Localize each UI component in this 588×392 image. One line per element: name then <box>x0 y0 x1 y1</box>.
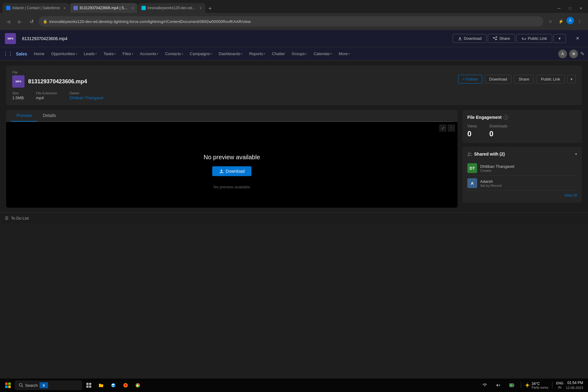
preview-body: ⤢ ⋮ No preview available Download No pre… <box>6 122 458 208</box>
preview-tabs-bar: Preview Details <box>6 110 458 122</box>
tab-label-1: Adarsh | Contact | Salesforce <box>12 6 60 10</box>
temperature: 34°C <box>532 382 548 386</box>
download-icon <box>458 36 462 41</box>
browser-tab-2[interactable]: 813129370423606.mp4 | Salesfo... × <box>70 3 137 13</box>
file-mp4-icon: MP4 <box>5 33 16 44</box>
minimize-button[interactable]: ─ <box>554 4 564 13</box>
svg-rect-3 <box>8 386 11 388</box>
header-more-button[interactable]: ▾ <box>553 34 566 43</box>
profile-icon[interactable]: A <box>567 17 574 24</box>
file-explorer-button[interactable] <box>96 380 107 391</box>
svg-rect-8 <box>86 386 89 388</box>
nav-item-groups[interactable]: Groups▾ <box>289 50 310 58</box>
language-indicator[interactable]: ENG IN <box>556 381 564 390</box>
nav-item-dashboards[interactable]: Dashboards▾ <box>216 50 245 58</box>
tab-close-2[interactable]: × <box>132 6 134 10</box>
user-avatar[interactable]: A <box>558 50 567 58</box>
browser-tab-1[interactable]: Adarsh | Contact | Salesforce × <box>2 3 69 13</box>
speaker-icon <box>496 383 500 387</box>
firefox-icon <box>123 383 128 388</box>
todo-label: To Do List <box>11 216 29 221</box>
nav-item-leads[interactable]: Leads▾ <box>81 50 100 58</box>
tab-preview[interactable]: Preview <box>11 110 37 122</box>
downloads-stat: Downloads 0 <box>489 124 507 138</box>
weather-widget[interactable]: 34°C Partly sunny <box>525 382 548 389</box>
nav-item-chatter[interactable]: Chatter <box>269 50 288 58</box>
file-viewer-close-button[interactable]: × <box>572 33 583 44</box>
app-launcher-icon[interactable]: ⋮⋮ <box>4 50 12 58</box>
start-button[interactable] <box>2 380 13 391</box>
nav-item-more[interactable]: More▾ <box>336 50 353 58</box>
detail-public-link-button[interactable]: Public Link <box>536 75 565 84</box>
shared-with-card: Shared with (2) ▾ DT Dhiliban Thangavel … <box>462 147 582 202</box>
owner-link[interactable]: Dhiliban Thangavel <box>70 96 104 100</box>
extensions-icon[interactable]: ⚡ <box>556 17 565 26</box>
nav-item-files[interactable]: Files▾ <box>119 50 136 58</box>
engagement-info-icon[interactable]: i <box>503 115 508 120</box>
address-bar[interactable]: 🔒 innovalleyworks120-dev-ed.develop.ligh… <box>39 16 543 27</box>
maximize-button[interactable]: □ <box>565 4 575 13</box>
browser-navbar: ◀ ▶ ↺ 🔒 innovalleyworks120-dev-ed.develo… <box>0 13 588 30</box>
network-icon[interactable] <box>479 380 490 391</box>
header-share-button[interactable]: Share <box>488 34 515 43</box>
browser-tabs: Adarsh | Contact | Salesforce × 81312937… <box>0 0 588 13</box>
volume-icon[interactable] <box>493 380 504 391</box>
file-detail-actions: + Follow Download Share Public Link ▾ <box>458 75 576 84</box>
tab-favicon-3 <box>141 6 146 10</box>
battery-icon[interactable] <box>506 380 517 391</box>
header-download-button[interactable]: Download <box>453 34 487 43</box>
member-avatar-1: DT <box>467 163 477 173</box>
file-name-header: 813129370423606.mp4 <box>22 36 67 41</box>
detail-download-button[interactable]: Download <box>485 75 512 84</box>
file-type-label: File <box>12 70 87 74</box>
meta-owner: Owner Dhiliban Thangavel <box>70 91 104 100</box>
file-explorer-icon <box>99 383 104 388</box>
setup-icon[interactable]: ⚙ <box>569 50 578 58</box>
back-button[interactable]: ◀ <box>4 17 13 26</box>
tab-close-1[interactable]: × <box>64 6 66 10</box>
firefox-button[interactable] <box>120 380 131 391</box>
edge-button[interactable] <box>108 380 119 391</box>
follow-button[interactable]: + Follow <box>458 75 482 84</box>
detail-share-button[interactable]: Share <box>514 75 534 84</box>
tab-details[interactable]: Details <box>37 110 62 122</box>
nav-item-reports[interactable]: Reports▾ <box>246 50 268 58</box>
svg-rect-6 <box>86 383 89 385</box>
shared-chevron[interactable]: ▾ <box>575 152 577 156</box>
bookmark-icon[interactable]: ☆ <box>546 17 555 26</box>
close-browser-button[interactable]: × <box>576 4 586 13</box>
nav-item-accounts[interactable]: Accounts▾ <box>137 50 161 58</box>
nav-item-campaigns[interactable]: Campaigns▾ <box>187 50 215 58</box>
todo-list-bar[interactable]: ☰ To Do List <box>0 213 588 224</box>
nav-item-tasks[interactable]: Tasks▾ <box>100 50 119 58</box>
nav-item-calendar[interactable]: Calendar▾ <box>311 50 335 58</box>
browser-tab-3[interactable]: innovalleyworks120-dev-ed.deve... × <box>138 3 205 13</box>
nav-item-home[interactable]: Home <box>31 50 48 58</box>
svg-point-4 <box>19 383 22 386</box>
forward-button[interactable]: ▶ <box>15 17 24 26</box>
tab-close-3[interactable]: × <box>200 6 202 10</box>
system-clock[interactable]: 01:54 PM 12-06-2023 <box>566 380 583 390</box>
header-public-link-button[interactable]: Public Link <box>516 34 552 43</box>
detail-more-button[interactable]: ▾ <box>567 75 576 83</box>
engagement-stats: Views 0 Downloads 0 <box>467 124 577 138</box>
view-all-link[interactable]: View All <box>467 193 577 198</box>
taskbar-search[interactable]: Search b <box>15 380 82 390</box>
nav-item-opportunities[interactable]: Opportunities▾ <box>48 50 80 58</box>
preview-menu-icon[interactable]: ⋮ <box>448 124 455 132</box>
browser-menu-icon[interactable]: ⋮ <box>575 17 584 26</box>
refresh-button[interactable]: ↺ <box>27 17 36 26</box>
preview-download-button[interactable]: Download <box>212 166 251 176</box>
edit-icon[interactable]: ✎ <box>580 51 584 57</box>
chrome-button[interactable] <box>132 380 143 391</box>
task-view-button[interactable] <box>83 380 94 391</box>
two-column-layout: Preview Details ⤢ ⋮ No preview available… <box>6 110 582 208</box>
todo-icon: ☰ <box>5 216 9 221</box>
preview-expand-icon[interactable]: ⤢ <box>439 124 447 132</box>
tab-favicon-2 <box>74 6 78 10</box>
new-tab-button[interactable]: + <box>206 4 214 13</box>
file-engagement-card: File Engagement i Views 0 Downloads 0 <box>462 110 582 143</box>
preview-container: Preview Details ⤢ ⋮ No preview available… <box>6 110 458 208</box>
nav-item-contacts[interactable]: Contacts▾ <box>162 50 186 58</box>
left-column: Preview Details ⤢ ⋮ No preview available… <box>6 110 458 208</box>
